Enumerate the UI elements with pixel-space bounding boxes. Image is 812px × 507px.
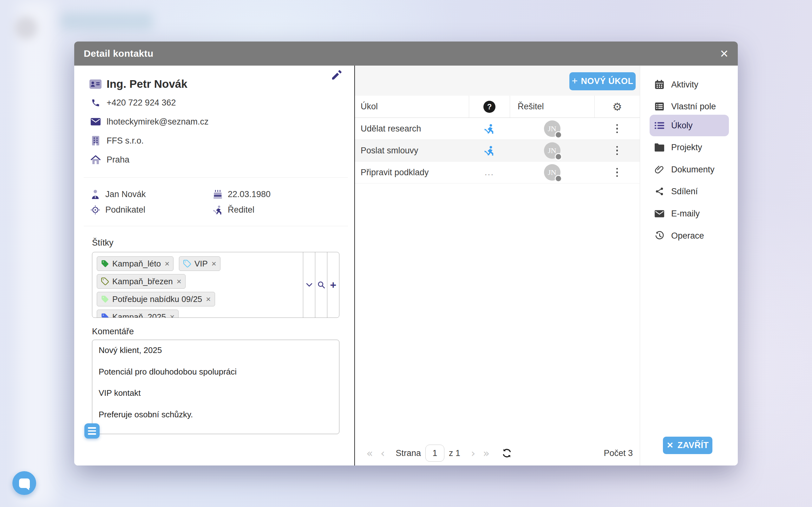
avatar[interactable]: JN [544,120,560,137]
sidebar-item-sdileni[interactable]: Sdílení [650,181,729,202]
assigned-person-row: Jan Novák [89,187,146,201]
remove-tag-icon[interactable]: × [165,260,169,268]
remove-tag-icon[interactable]: × [212,260,216,268]
sidebar-item-aktivity[interactable]: Aktivity [650,74,729,95]
task-title: Připravit podklady [355,168,469,177]
sidebar-item-dokumenty[interactable]: Dokumenty [650,159,729,180]
divider [84,226,348,226]
tag-chip: Kampaň_březen × [97,274,186,289]
close-x-icon: ✕ [667,441,674,450]
add-tag-icon[interactable]: + [327,252,339,318]
chat-launcher-button[interactable] [12,471,36,495]
birthday-cake-icon [211,190,224,199]
home-icon [89,155,102,164]
remove-tag-icon[interactable]: × [177,277,182,285]
new-task-button[interactable]: + NOVÝ ÚKOL [569,72,636,90]
task-title: Udělat research [355,124,469,134]
prev-page-icon[interactable]: ‹ [377,447,389,459]
building-icon [89,136,102,146]
sidebar-item-vlastni-pole[interactable]: Vlastní pole [650,96,729,117]
table-row[interactable]: Udělat research JN [355,118,640,140]
sidebar-item-projekty[interactable]: Projekty [650,136,729,158]
modal-title: Detail kontaktu [84,48,154,59]
tag-chip: Potřebuje nabídku 09/25 × [97,292,215,306]
avatar[interactable]: JN [544,164,560,181]
tag-chip: Kampaň_léto × [97,257,173,271]
contact-email[interactable]: lhoteckymirek@seznam.cz [107,117,209,127]
column-header-status[interactable]: ? [469,96,510,118]
email-row: lhoteckymirek@seznam.cz [89,115,209,129]
last-page-icon[interactable]: » [479,447,494,459]
task-list-icon [654,121,665,130]
assigned-person[interactable]: Jan Novák [105,189,146,199]
refresh-icon[interactable] [502,448,512,458]
id-card-icon [89,79,102,89]
contact-city[interactable]: Praha [107,155,130,165]
contact-name: Ing. Petr Novák [107,78,188,90]
close-modal-button[interactable]: ✕ ZAVŘÍT [663,437,712,454]
share-nodes-icon [654,187,665,196]
first-page-icon[interactable]: « [362,447,377,459]
folder-icon [654,143,665,152]
chevron-down-icon[interactable] [303,252,315,318]
edit-pencil-icon[interactable] [332,70,342,81]
tags-label: Štítky [92,238,113,248]
tags-field[interactable]: Kampaň_léto × VIP × [92,252,339,318]
comments-field[interactable]: Nový klient, 2025 Potenciál pro dlouhodo… [92,340,339,434]
segment-row: Podnikatel [89,203,145,217]
status-dot [556,176,561,181]
kebab-menu-icon[interactable] [614,121,620,136]
tasks-table-body: Udělat research JN [355,118,640,183]
no-status-placeholder: ... [485,167,494,177]
background-blur-avatar [14,16,38,39]
status-dot [556,154,561,159]
remove-tag-icon[interactable]: × [170,313,174,318]
record-count: Počet 3 [604,448,635,458]
search-icon[interactable] [315,252,327,318]
kebab-menu-icon[interactable] [614,143,620,158]
position-row: Ředitel [211,203,254,217]
assignee-cell: JN [510,142,595,159]
person-digging-status-icon [484,146,495,156]
contact-position[interactable]: Ředitel [228,205,254,215]
table-row[interactable]: Připravit podklady ... JN [355,162,640,183]
sidebar-item-emaily[interactable]: E-maily [650,203,729,224]
help-icon: ? [484,101,496,113]
remove-tag-icon[interactable]: × [206,295,211,303]
divider [84,177,348,178]
close-icon[interactable]: × [720,47,728,60]
comments-label: Komentáře [92,327,134,337]
avatar[interactable]: JN [544,142,560,159]
tasks-toolbar: + NOVÝ ÚKOL [355,66,640,96]
assignee-cell: JN [510,120,595,137]
task-status-cell: ... [469,167,510,177]
tasks-table-header: Úkol ? Řešitel ⚙ [355,96,640,118]
kebab-menu-icon[interactable] [614,165,620,180]
gear-icon[interactable]: ⚙ [612,101,622,113]
table-row[interactable]: Poslat smlouvy JN [355,140,640,162]
tag-icon [183,260,191,268]
sidebar-item-ukoly[interactable]: Úkoly [650,115,729,136]
contact-phone[interactable]: +420 722 924 362 [107,98,176,108]
column-header-task[interactable]: Úkol [355,96,469,118]
actions-cell [595,143,640,158]
menu-button[interactable] [84,424,100,439]
task-title: Poslat smlouvy [355,146,469,156]
tag-chip: Kampaň_2025 × [97,309,179,318]
mail-icon [654,210,665,217]
contact-company[interactable]: FFS s.r.o. [107,136,144,146]
contact-info-panel: Ing. Petr Novák +420 722 924 362 lhoteck… [74,66,354,465]
page-input[interactable] [425,445,444,462]
tag-icon [101,313,109,318]
next-page-icon[interactable]: › [467,447,479,459]
phone-row: +420 722 924 362 [89,96,176,110]
actions-cell [595,165,640,180]
sidebar-item-operace[interactable]: Operace [650,225,729,246]
birthday-row: 22.03.1980 [211,187,270,201]
column-header-actions: ⚙ [595,96,640,118]
task-status-cell [469,124,510,134]
contact-segment[interactable]: Podnikatel [105,205,145,215]
contact-birthday[interactable]: 22.03.1980 [228,189,270,199]
calendar-icon [654,80,665,89]
column-header-assignee[interactable]: Řešitel [510,96,595,118]
